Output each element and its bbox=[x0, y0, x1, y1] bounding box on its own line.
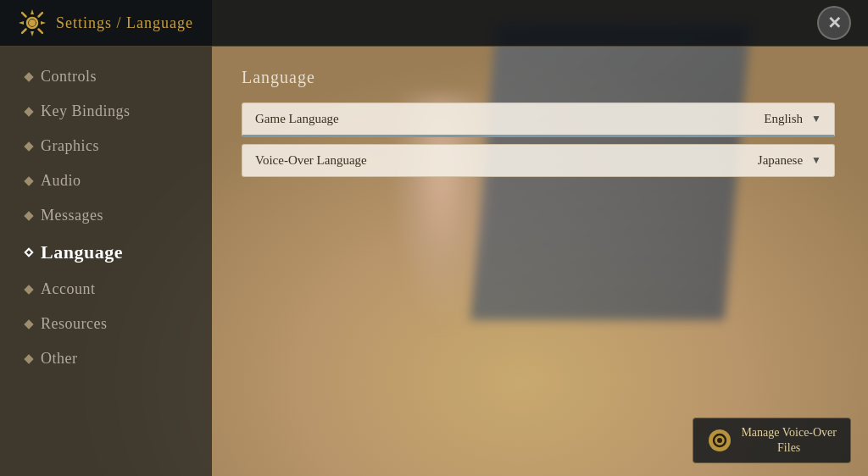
svg-point-1 bbox=[29, 19, 36, 26]
sidebar-item-graphics[interactable]: Graphics bbox=[0, 129, 212, 163]
nav-diamond-icon bbox=[24, 319, 33, 329]
breadcrumb: Settings / Language bbox=[56, 14, 193, 32]
manage-voice-over-button[interactable]: Manage Voice-Over Files bbox=[693, 418, 851, 463]
sidebar-item-resources[interactable]: Resources bbox=[0, 307, 212, 341]
nav-item-label: Graphics bbox=[41, 137, 99, 155]
nav-item-label: Other bbox=[41, 350, 77, 368]
sidebar-item-messages[interactable]: Messages bbox=[0, 198, 212, 233]
header-left: Settings / Language bbox=[17, 8, 193, 38]
chevron-down-icon: ▼ bbox=[811, 154, 821, 167]
dropdown-label: Game Language bbox=[255, 112, 339, 126]
sidebar-item-account[interactable]: Account bbox=[0, 272, 212, 307]
section-title: Language bbox=[242, 68, 843, 87]
sidebar-item-audio[interactable]: Audio bbox=[0, 163, 212, 198]
voice-over-line1: Manage Voice-Over bbox=[741, 426, 837, 439]
sidebar-item-key-bindings[interactable]: Key Bindings bbox=[0, 94, 212, 129]
voice-over-button-text: Manage Voice-Over Files bbox=[741, 425, 837, 456]
nav-item-label: Key Bindings bbox=[41, 102, 131, 120]
gear-icon bbox=[17, 8, 47, 38]
nav-item-label: Account bbox=[41, 280, 95, 298]
svg-point-4 bbox=[717, 438, 722, 443]
close-button[interactable]: ✕ bbox=[817, 6, 851, 40]
nav-diamond-icon bbox=[24, 176, 33, 185]
nav-item-label: Messages bbox=[41, 207, 103, 224]
dropdown-value: English bbox=[764, 112, 803, 126]
dropdown-voice-over-language[interactable]: Voice-Over LanguageJapanese▼ bbox=[242, 144, 835, 177]
nav-diamond-icon bbox=[24, 211, 33, 220]
sidebar: ControlsKey BindingsGraphicsAudioMessage… bbox=[0, 47, 212, 476]
nav-diamond-icon bbox=[24, 72, 33, 81]
dropdown-game-language[interactable]: Game LanguageEnglish▼ bbox=[242, 102, 835, 137]
sidebar-item-controls[interactable]: Controls bbox=[0, 59, 212, 94]
nav-diamond-icon bbox=[24, 354, 33, 363]
nav-item-label: Controls bbox=[41, 68, 97, 86]
chevron-down-icon: ▼ bbox=[811, 113, 821, 125]
main-content: Language Game LanguageEnglish▼Voice-Over… bbox=[216, 47, 868, 476]
header-bar: Settings / Language ✕ bbox=[0, 0, 868, 47]
nav-item-label: Resources bbox=[41, 315, 107, 333]
sidebar-item-language[interactable]: Language bbox=[0, 233, 212, 272]
sidebar-item-other[interactable]: Other bbox=[0, 341, 212, 376]
dropdown-value: Japanese bbox=[758, 153, 803, 168]
nav-item-label: Language bbox=[41, 241, 123, 263]
voice-over-line2: Files bbox=[777, 441, 800, 454]
nav-diamond-icon bbox=[24, 285, 33, 294]
dropdown-right: Japanese▼ bbox=[758, 153, 821, 168]
dropdown-right: English▼ bbox=[764, 112, 821, 126]
nav-diamond-icon bbox=[24, 141, 33, 151]
nav-diamond-icon bbox=[24, 107, 33, 116]
nav-diamond-icon bbox=[24, 247, 33, 257]
dropdown-label: Voice-Over Language bbox=[255, 153, 367, 168]
voice-over-icon bbox=[707, 428, 732, 453]
nav-item-label: Audio bbox=[41, 172, 81, 190]
